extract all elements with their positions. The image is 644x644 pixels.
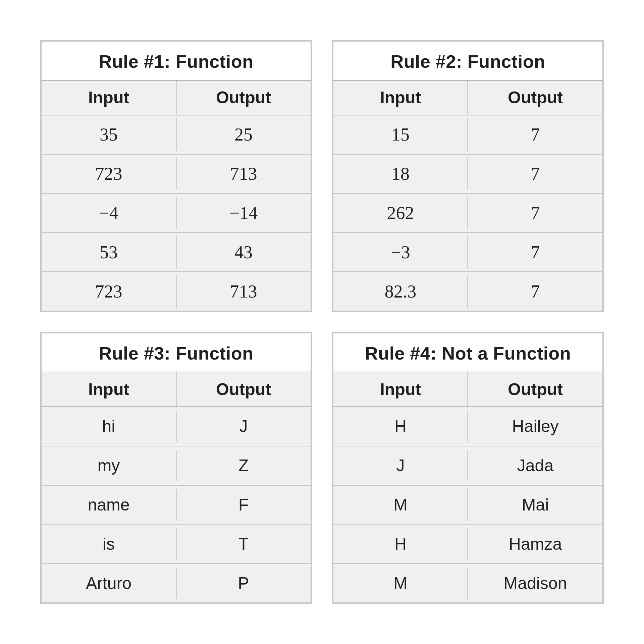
cell-input: M [333, 489, 468, 521]
rule-table-title: Rule #2: Function [333, 42, 602, 80]
cell-input: 35 [42, 118, 176, 151]
table-row: 5343 [42, 233, 311, 272]
cell-input: J [333, 450, 468, 481]
table-body: HHaileyJJadaMMaiHHamzaMMadison [333, 407, 602, 602]
rule-table-2: Rule #2: FunctionInputOutput1571872627−3… [332, 40, 604, 312]
cell-output: 7 [468, 157, 602, 190]
cell-output: 713 [176, 157, 311, 190]
table-header-row: InputOutput [333, 80, 602, 115]
cell-input: M [333, 568, 468, 599]
cell-input: 723 [42, 157, 176, 190]
cell-input: 82.3 [333, 275, 468, 308]
table-body: hiJmyZnameFisTArturoP [42, 407, 311, 602]
cell-input: −4 [42, 197, 176, 229]
table-row: −4−14 [42, 194, 311, 233]
table-row: myZ [42, 446, 311, 486]
table-body: 3525723713−4−145343723713 [42, 115, 311, 311]
cell-output: Jada [468, 450, 602, 481]
column-header-input: Input [42, 80, 176, 115]
table-row: 723713 [42, 272, 311, 311]
cell-output: Mai [468, 489, 602, 521]
cell-input: 53 [42, 236, 176, 269]
cell-input: H [333, 411, 468, 442]
table-header-row: InputOutput [42, 372, 311, 407]
cell-input: 723 [42, 275, 176, 308]
cell-output: 7 [468, 275, 602, 308]
table-row: MMadison [333, 564, 602, 602]
cell-output: J [176, 411, 311, 442]
table-row: 2627 [333, 194, 602, 233]
cell-input: 15 [333, 118, 468, 151]
cell-output: 25 [176, 118, 311, 151]
cell-input: 262 [333, 197, 468, 229]
table-body: 1571872627−3782.37 [333, 115, 602, 311]
cell-output: Hamza [468, 528, 602, 560]
table-row: MMai [333, 486, 602, 525]
cell-output: 713 [176, 275, 311, 308]
column-header-output: Output [176, 80, 311, 115]
table-row: ArturoP [42, 564, 311, 602]
column-header-output: Output [468, 80, 602, 115]
table-row: nameF [42, 486, 311, 525]
cell-input: name [42, 489, 176, 521]
cell-output: F [176, 489, 311, 521]
column-header-input: Input [333, 372, 468, 407]
rule-table-4: Rule #4: Not a FunctionInputOutputHHaile… [332, 332, 604, 604]
table-row: −37 [333, 233, 602, 272]
table-row: 157 [333, 115, 602, 155]
cell-output: Z [176, 450, 311, 481]
cell-output: 7 [468, 197, 602, 229]
cell-output: 7 [468, 118, 602, 151]
cell-output: P [176, 568, 311, 599]
rule-table-title: Rule #1: Function [42, 42, 311, 80]
cell-output: 7 [468, 236, 602, 269]
table-row: JJada [333, 446, 602, 486]
cell-output: Hailey [468, 411, 602, 442]
table-row: HHailey [333, 407, 602, 446]
rule-table-title: Rule #3: Function [42, 333, 311, 372]
cell-input: 18 [333, 157, 468, 190]
cell-input: is [42, 528, 176, 560]
cell-input: Arturo [42, 568, 176, 599]
cell-input: my [42, 450, 176, 481]
table-row: 723713 [42, 155, 311, 194]
column-header-input: Input [42, 372, 176, 407]
column-header-output: Output [468, 372, 602, 407]
table-row: 3525 [42, 115, 311, 155]
cell-output: T [176, 528, 311, 560]
table-row: isT [42, 525, 311, 564]
cell-input: H [333, 528, 468, 560]
rule-table-1: Rule #1: FunctionInputOutput3525723713−4… [40, 40, 312, 312]
column-header-output: Output [176, 372, 311, 407]
cell-input: −3 [333, 236, 468, 269]
cell-input: hi [42, 411, 176, 442]
table-header-row: InputOutput [333, 372, 602, 407]
rule-table-title: Rule #4: Not a Function [333, 333, 602, 372]
tables-grid: Rule #1: FunctionInputOutput3525723713−4… [0, 0, 644, 644]
table-row: HHamza [333, 525, 602, 564]
cell-output: −14 [176, 197, 311, 229]
table-header-row: InputOutput [42, 80, 311, 115]
table-row: 82.37 [333, 272, 602, 311]
table-row: 187 [333, 155, 602, 194]
cell-output: 43 [176, 236, 311, 269]
rule-table-3: Rule #3: FunctionInputOutputhiJmyZnameFi… [40, 332, 312, 604]
cell-output: Madison [468, 568, 602, 599]
column-header-input: Input [333, 80, 468, 115]
table-row: hiJ [42, 407, 311, 446]
